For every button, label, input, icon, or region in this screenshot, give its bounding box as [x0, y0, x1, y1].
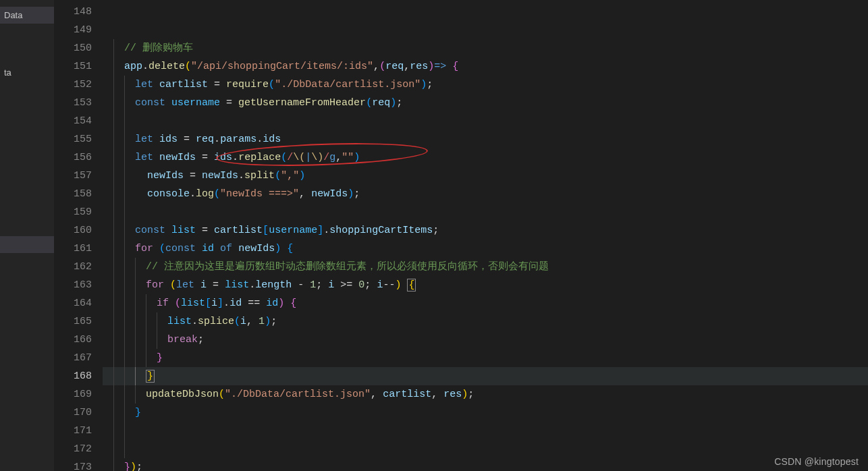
- sidebar-item-ta[interactable]: ta: [0, 64, 54, 81]
- code-line: }: [103, 367, 868, 385]
- line-number: 157: [54, 167, 103, 185]
- sidebar-item-data[interactable]: Data: [0, 7, 54, 24]
- line-number: 169: [54, 385, 103, 404]
- line-number: 154: [54, 112, 103, 130]
- line-number: 167: [54, 349, 103, 367]
- code-editor[interactable]: 1481491501511521531541551561571581591601…: [54, 0, 868, 471]
- code-area[interactable]: // 删除购物车 app.delete("/api/shoppingCart/i…: [103, 0, 868, 471]
- code-line: [103, 112, 868, 130]
- code-line: [103, 3, 868, 21]
- code-line: [103, 422, 868, 440]
- line-number: 164: [54, 294, 103, 312]
- code-line: const list = cartlist[username].shopping…: [103, 221, 868, 240]
- code-line: for (let i = list.length - 1; i >= 0; i-…: [103, 276, 868, 294]
- line-number: 156: [54, 148, 103, 167]
- line-number: 168: [54, 367, 103, 385]
- line-number: 161: [54, 240, 103, 258]
- code-line: if (list[i].id == id) {: [103, 294, 868, 312]
- line-number: 149: [54, 21, 103, 39]
- line-number: 151: [54, 57, 103, 76]
- code-line: list.splice(i, 1);: [103, 312, 868, 331]
- code-line: });: [103, 458, 868, 471]
- line-number: 163: [54, 276, 103, 294]
- line-number: 171: [54, 422, 103, 440]
- line-number-gutter: 1481491501511521531541551561571581591601…: [54, 0, 103, 471]
- line-number: 159: [54, 203, 103, 221]
- line-number: 155: [54, 130, 103, 148]
- line-number: 162: [54, 258, 103, 276]
- code-line: let newIds = ids.replace(/\(|\)/g,""): [103, 148, 868, 167]
- code-line: let ids = req.params.ids: [103, 130, 868, 148]
- code-line: updateDbJson("./DbData/cartlist.json", c…: [103, 385, 868, 404]
- line-number: 165: [54, 312, 103, 331]
- line-number: 150: [54, 39, 103, 57]
- line-number: 153: [54, 94, 103, 112]
- code-line: // 删除购物车: [103, 39, 868, 57]
- app-root: Data ta 14814915015115215315415515615715…: [0, 0, 868, 471]
- code-line: [103, 440, 868, 458]
- code-line: for (const id of newIds) {: [103, 240, 868, 258]
- line-number: 158: [54, 185, 103, 203]
- code-line: app.delete("/api/shoppingCart/items/:ids…: [103, 57, 868, 76]
- line-number: 160: [54, 221, 103, 240]
- code-line: newIds = newIds.split(","): [103, 167, 868, 185]
- code-line: [103, 21, 868, 39]
- code-line: const username = getUsernameFromHeader(r…: [103, 94, 868, 112]
- code-line: // 注意因为这里是遍历数组时动态删除数组元素，所以必须使用反向循环，否则会有问…: [103, 258, 868, 276]
- code-line: [103, 203, 868, 221]
- code-line: console.log("newIds ===>", newIds);: [103, 185, 868, 203]
- code-line: }: [103, 349, 868, 367]
- line-number: 172: [54, 440, 103, 458]
- code-line: break;: [103, 331, 868, 349]
- explorer-sidebar: Data ta: [0, 0, 54, 471]
- code-line: let cartlist = require("./DbData/cartlis…: [103, 76, 868, 94]
- sidebar-item-blank[interactable]: [0, 236, 54, 253]
- line-number: 152: [54, 76, 103, 94]
- line-number: 166: [54, 331, 103, 349]
- line-number: 148: [54, 3, 103, 21]
- line-number: 173: [54, 458, 103, 471]
- code-line: }: [103, 404, 868, 422]
- line-number: 170: [54, 404, 103, 422]
